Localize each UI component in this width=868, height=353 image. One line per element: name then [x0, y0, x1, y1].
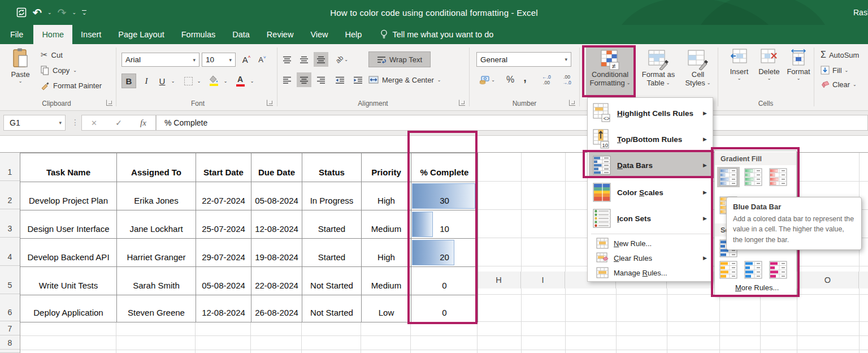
alignment-dialog-launcher[interactable]	[459, 100, 465, 106]
comma-style-button[interactable]: ,	[520, 70, 530, 85]
cell-b4[interactable]: Harriet Granger	[116, 238, 196, 266]
autosum-button[interactable]: Σ AutoSum	[821, 50, 859, 60]
solid-purple-data-bar-tile[interactable]	[767, 260, 789, 280]
more-rules-item[interactable]: More Rules...	[735, 283, 779, 292]
font-color-button[interactable]: A	[233, 72, 247, 88]
cell-e1[interactable]: Status	[302, 153, 361, 182]
formula-bar-grip[interactable]: ⋮	[71, 118, 79, 127]
font-family-select[interactable]: Arial ▾	[121, 53, 199, 67]
merge-center-button[interactable]: Merge & Center ⌄	[368, 72, 459, 88]
clipboard-dialog-launcher[interactable]	[106, 100, 112, 106]
cell-c1[interactable]: Start Date	[196, 153, 251, 182]
center-align-button[interactable]	[297, 72, 311, 87]
copy-button[interactable]: Copy ⌄	[41, 66, 77, 75]
cancel-icon[interactable]: ✕	[91, 119, 97, 127]
font-color-dropdown-icon[interactable]: ⌄	[248, 74, 256, 88]
percent-style-button[interactable]: %	[503, 72, 518, 87]
row-header-2[interactable]: 2	[0, 181, 20, 209]
cell-c3[interactable]: 25-07-2024	[196, 210, 251, 238]
column-header-h[interactable]: H	[477, 272, 521, 289]
column-header-o[interactable]: O	[797, 272, 859, 289]
cell-a5[interactable]: Write Unit Tests	[20, 266, 116, 295]
insert-function-icon[interactable]: fx	[140, 118, 146, 128]
cell-a1[interactable]: Task Name	[20, 153, 116, 182]
paste-button[interactable]: Paste ⌄	[6, 48, 35, 95]
conditional-formatting-button[interactable]: ≠ Conditional Formatting⌄	[586, 48, 634, 96]
tab-home[interactable]: Home	[33, 25, 72, 44]
cell-c4[interactable]: 29-07-2024	[196, 238, 251, 266]
grow-font-button[interactable]: A˄	[240, 53, 253, 67]
underline-dropdown-icon[interactable]: ⌄	[169, 74, 177, 88]
cell-b2[interactable]: Erika Jones	[116, 182, 196, 210]
orientation-button[interactable]: ab ⌄	[333, 52, 350, 67]
cell-f1[interactable]: Priority	[361, 153, 411, 182]
clear-button[interactable]: Clear ⌄	[821, 80, 857, 89]
font-size-select[interactable]: 10 ▾	[202, 53, 236, 67]
cell-a2[interactable]: Develop Project Plan	[20, 182, 116, 210]
row-header-5[interactable]: 5	[0, 266, 20, 294]
tell-me-box[interactable]: Tell me what you want to do	[380, 25, 493, 44]
menu-item-top-bottom-rules[interactable]: 10 Top/Bottom Rules ▶	[589, 126, 713, 152]
format-painter-button[interactable]: Format Painter	[41, 81, 102, 90]
tab-data[interactable]: Data	[224, 25, 258, 44]
gradient-blue-data-bar-tile[interactable]	[717, 167, 740, 187]
column-header-i[interactable]: I	[521, 272, 565, 289]
cell-b1[interactable]: Assigned To	[116, 153, 196, 182]
cell-c2[interactable]: 22-07-2024	[196, 182, 251, 210]
format-cells-button[interactable]: Format ⌄	[784, 49, 813, 94]
row-header-3[interactable]: 3	[0, 209, 20, 238]
borders-button[interactable]	[182, 74, 194, 88]
cell-c6[interactable]: 12-08-2024	[196, 295, 251, 322]
account-name[interactable]: Rash	[853, 0, 868, 25]
formula-input[interactable]: % Complete	[156, 115, 868, 131]
menu-item-data-bars[interactable]: Data Bars ▶	[589, 152, 713, 178]
tab-page-layout[interactable]: Page Layout	[110, 25, 172, 44]
gradient-green-data-bar-tile[interactable]	[742, 167, 765, 187]
solid-lightblue-data-bar-tile[interactable]	[742, 260, 765, 280]
underline-button[interactable]: U	[155, 74, 169, 88]
cell-a6[interactable]: Deploy Application	[20, 295, 116, 322]
menu-item-color-scales[interactable]: Color Scales ▶	[589, 179, 713, 205]
bottom-align-button[interactable]	[314, 52, 328, 67]
row-header-1[interactable]: 1	[0, 153, 20, 181]
fill-color-dropdown-icon[interactable]: ⌄	[222, 74, 229, 88]
increase-indent-button[interactable]	[350, 72, 365, 87]
cell-b3[interactable]: Jane Lockhart	[116, 210, 196, 238]
tab-help[interactable]: Help	[337, 25, 371, 44]
cell-e2[interactable]: In Progress	[302, 182, 361, 210]
accounting-format-button[interactable]: ⌄	[476, 72, 498, 87]
tab-file[interactable]: File	[0, 25, 33, 44]
decrease-indent-button[interactable]	[332, 72, 347, 87]
cell-g4[interactable]: 20	[411, 238, 478, 266]
font-dialog-launcher[interactable]	[267, 100, 273, 106]
italic-button[interactable]: I	[140, 74, 153, 88]
gradient-red-data-bar-tile[interactable]	[767, 167, 789, 187]
cell-b5[interactable]: Sarah Smith	[116, 266, 196, 295]
cell-f4[interactable]: High	[361, 238, 411, 266]
row-header-9-partial[interactable]	[0, 350, 20, 353]
menu-item-clear-rules[interactable]: Clear Rules ▶	[589, 251, 713, 265]
cell-styles-button[interactable]: Cell Styles⌄	[682, 48, 714, 96]
cell-g1[interactable]: % Complete	[411, 153, 478, 182]
cell-g3[interactable]: 10	[411, 210, 478, 238]
cell-d3[interactable]: 12-08-2024	[251, 210, 302, 238]
cell-f2[interactable]: High	[361, 182, 411, 210]
cell-a3[interactable]: Design User Interface	[20, 210, 116, 238]
row-header-4[interactable]: 4	[0, 238, 20, 266]
number-dialog-launcher[interactable]	[569, 100, 575, 106]
tab-formulas[interactable]: Formulas	[173, 25, 224, 44]
name-box[interactable]: G1 ▾	[3, 115, 66, 131]
menu-item-manage-rules[interactable]: Manage Rules...	[589, 265, 713, 280]
decrease-decimal-button[interactable]: .00 →.0	[558, 72, 575, 87]
tab-insert[interactable]: Insert	[72, 25, 110, 44]
tab-view[interactable]: View	[302, 25, 336, 44]
cell-g5[interactable]: 0	[411, 266, 478, 295]
cell-d6[interactable]: 26-08-2024	[251, 295, 302, 322]
bold-button[interactable]: B	[121, 74, 136, 88]
cell-d4[interactable]: 19-08-2024	[251, 238, 302, 266]
format-as-table-button[interactable]: Format as Table⌄	[637, 48, 679, 96]
menu-item-icon-sets[interactable]: Icon Sets ▶	[589, 205, 713, 231]
cell-e3[interactable]: Started	[302, 210, 361, 238]
borders-dropdown-icon[interactable]: ⌄	[195, 74, 203, 88]
middle-align-button[interactable]	[297, 52, 311, 67]
